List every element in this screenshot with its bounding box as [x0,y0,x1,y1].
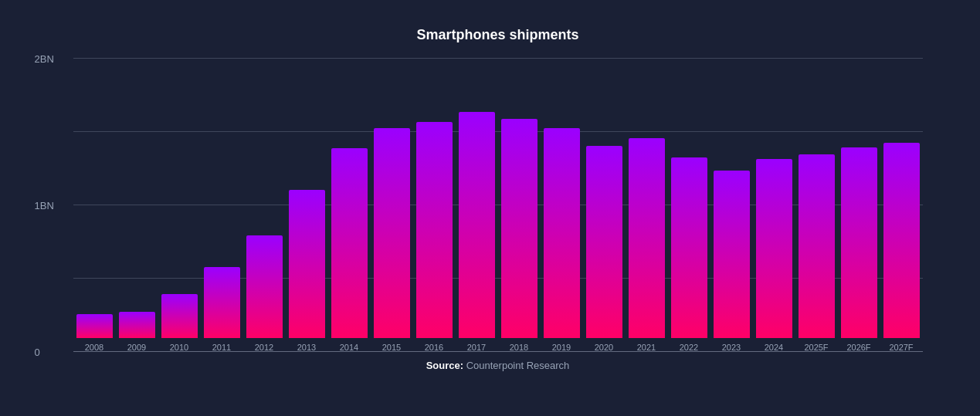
bar-group: 2026F [841,59,877,352]
chart-area: 0 1BN 2BN 200820092010201120122013201420… [73,59,923,352]
bar [246,235,283,338]
bar-group: 2023 [714,59,750,352]
bar [459,112,495,338]
bar-group: 2017 [459,59,495,352]
bar-group: 2027F [883,59,920,352]
bar [289,190,325,338]
bar [119,312,155,337]
bar [204,267,240,337]
source-value: Counterpoint Research [466,360,570,371]
bar [161,294,198,337]
bar-group: 2022 [671,59,707,352]
source-label: Source: [426,360,463,371]
bar [586,146,622,338]
bar-group: 2011 [204,59,240,352]
bars-wrapper: 2008200920102011201220132014201520162017… [73,59,923,352]
bar-group: 2015 [374,59,410,352]
bar [374,128,410,338]
bar [714,171,750,338]
bar [883,143,920,338]
bar-group: 2008 [76,59,113,352]
bar-group: 2020 [586,59,622,352]
bar [416,122,453,337]
y-label-2bn: 2BN [35,52,54,64]
bar-group: 2025F [799,59,835,352]
bar [501,119,537,337]
bar-group: 2019 [544,59,580,352]
bar-group: 2021 [629,59,665,352]
bar-group: 2018 [501,59,537,352]
bar [629,138,665,337]
bar [331,148,368,337]
chart-container: Smartphones shipments 0 1BN 2BN 20082009… [27,12,954,405]
bar-group: 2016 [416,59,453,352]
bar-group: 2012 [246,59,283,352]
x-axis-line [73,351,923,352]
source-line: Source: Counterpoint Research [73,360,923,371]
bar [544,128,580,338]
bar [756,159,792,338]
bar-group: 2013 [289,59,325,352]
y-label-1bn: 1BN [35,199,54,211]
bar-group: 2024 [756,59,792,352]
bar-group: 2009 [119,59,155,352]
bar [799,154,835,338]
y-label-0: 0 [35,346,40,357]
bar [841,147,877,337]
bar [671,157,707,338]
chart-title: Smartphones shipments [73,27,923,43]
bar-group: 2010 [161,59,198,352]
bar [76,314,113,337]
bar-group: 2014 [331,59,368,352]
